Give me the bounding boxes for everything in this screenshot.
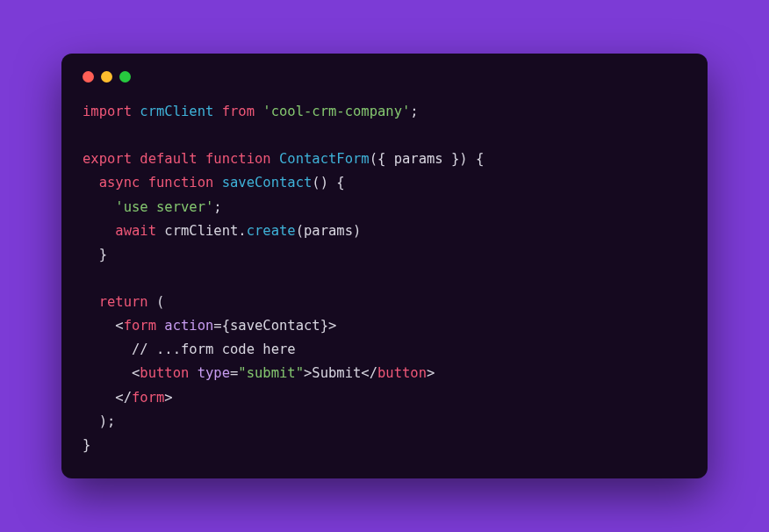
function-savecontact: saveContact — [222, 175, 313, 191]
semicolon: ; — [410, 104, 418, 119]
indent — [83, 223, 115, 239]
minimize-icon[interactable] — [101, 71, 112, 83]
jsx-attr-action: action — [164, 318, 213, 334]
space — [189, 365, 197, 381]
jsx-tag-form: form — [124, 318, 156, 334]
keyword-export: export — [83, 151, 132, 167]
string-package: 'cool-crm-company' — [262, 104, 410, 119]
paren-open: ( — [296, 223, 304, 239]
indent — [83, 365, 132, 381]
semicolon: ; — [213, 199, 221, 215]
identifier-crmclient: crmClient — [164, 223, 238, 239]
keyword-function: function — [148, 175, 214, 191]
keyword-default: default — [140, 151, 197, 167]
brace-close: } — [320, 318, 328, 334]
keyword-function: function — [205, 151, 271, 167]
identifier-savecontact: saveContact — [230, 318, 320, 334]
identifier-params: params — [304, 223, 353, 239]
angle-close: > — [328, 318, 336, 334]
indent — [83, 390, 115, 406]
indent — [83, 294, 99, 310]
indent — [83, 413, 99, 429]
space — [156, 318, 164, 334]
indent — [83, 247, 99, 262]
keyword-import: import — [83, 104, 132, 119]
keyword-from: from — [222, 104, 255, 119]
equals: = — [213, 318, 221, 334]
string-use-server: 'use server' — [115, 199, 213, 215]
function-contactform: ContactForm — [279, 151, 370, 167]
brace-close: } — [83, 437, 90, 453]
jsx-tag-form-close: form — [132, 390, 164, 406]
maximize-icon[interactable] — [119, 71, 131, 83]
window-controls — [83, 71, 686, 83]
angle-open-close: </ — [115, 390, 132, 406]
string-submit: "submit" — [238, 365, 304, 381]
brace-open: { — [222, 318, 230, 334]
close-icon[interactable] — [83, 71, 94, 83]
identifier-params: params — [394, 151, 443, 167]
paren-open: ( — [148, 294, 165, 310]
paren-close-semi: ); — [99, 413, 116, 429]
keyword-async: async — [99, 175, 140, 191]
keyword-return: return — [99, 294, 148, 310]
jsx-tag-button-close: button — [377, 365, 427, 381]
keyword-await: await — [115, 223, 156, 239]
indent — [83, 318, 115, 334]
text-submit: Submit — [312, 365, 361, 381]
indent — [83, 341, 132, 357]
angle-close: > — [164, 390, 172, 406]
code-block: import crmClient from 'cool-crm-company'… — [83, 100, 686, 457]
angle-open-close: </ — [361, 365, 377, 381]
code-window: import crmClient from 'cool-crm-company'… — [61, 54, 708, 478]
paren-close: }) { — [443, 151, 485, 167]
dot: . — [238, 223, 246, 239]
paren-close: ) — [353, 223, 361, 239]
identifier-crmclient: crmClient — [140, 104, 213, 119]
jsx-tag-button: button — [140, 365, 189, 381]
paren-open: ({ — [370, 151, 394, 167]
method-create: create — [247, 223, 296, 239]
angle-open: < — [132, 365, 140, 381]
angle-close: > — [427, 365, 435, 381]
brace-close: } — [99, 247, 107, 262]
equals: = — [230, 365, 238, 381]
jsx-attr-type: type — [198, 365, 230, 381]
angle-open: < — [115, 318, 123, 334]
indent — [83, 199, 115, 215]
paren-brace: () { — [312, 175, 344, 191]
indent — [83, 175, 99, 191]
comment: // ...form code here — [132, 341, 296, 357]
angle-close: > — [304, 365, 312, 381]
